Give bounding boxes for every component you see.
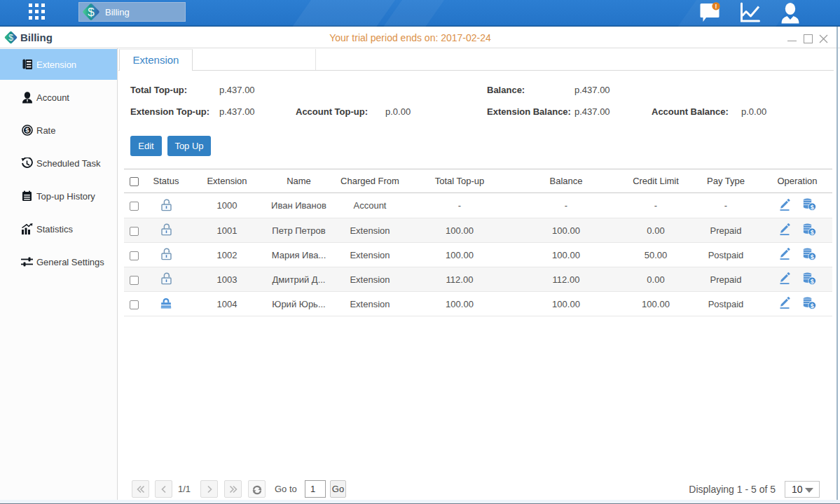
svg-text:$: $ bbox=[811, 204, 814, 211]
svg-text:!: ! bbox=[715, 3, 717, 10]
svg-text:$: $ bbox=[25, 126, 29, 134]
svg-text:$: $ bbox=[811, 302, 814, 309]
svg-text:$: $ bbox=[811, 253, 814, 260]
svg-text:$: $ bbox=[811, 277, 814, 284]
svg-text:$: $ bbox=[88, 6, 95, 19]
svg-text:$: $ bbox=[811, 228, 814, 235]
